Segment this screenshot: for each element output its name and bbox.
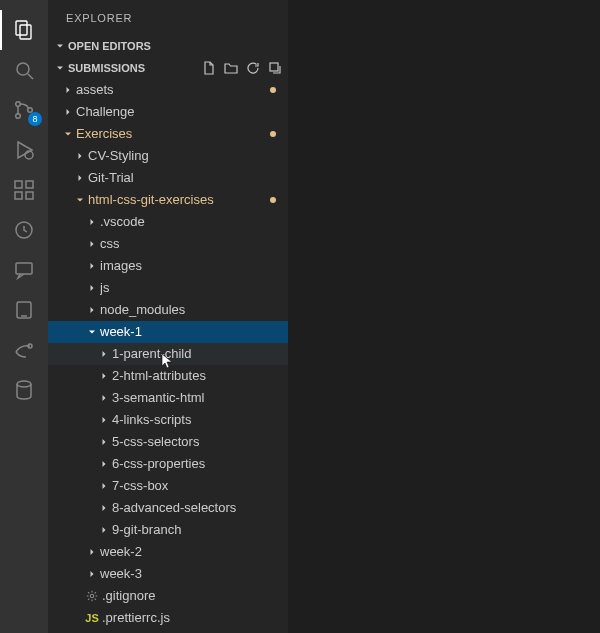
chevron-right-icon xyxy=(84,546,100,558)
svg-rect-0 xyxy=(16,21,27,35)
collapse-all-button[interactable] xyxy=(266,59,284,77)
chevron-right-icon xyxy=(84,260,100,272)
tree-row[interactable]: html-css-git-exercises xyxy=(48,189,288,211)
chevron-right-icon xyxy=(96,370,112,382)
tree-row[interactable]: 9-git-branch xyxy=(48,519,288,541)
scm-badge: 8 xyxy=(28,112,42,126)
chevron-right-icon xyxy=(72,150,88,162)
explorer-panel: EXPLORER OPEN EDITORS SUBMISSIONS asset xyxy=(48,0,288,633)
modified-dot-icon xyxy=(270,131,276,137)
tree-row-label: css xyxy=(100,236,288,252)
tree-row[interactable]: 4-links-scripts xyxy=(48,409,288,431)
tree-row[interactable]: node_modules xyxy=(48,299,288,321)
tree-row[interactable]: 5-css-selectors xyxy=(48,431,288,453)
tree-row-label: week-3 xyxy=(100,566,288,582)
tree-row[interactable]: Git-Trial xyxy=(48,167,288,189)
svg-point-5 xyxy=(16,114,21,119)
tree-row-label: CV-Styling xyxy=(88,148,288,164)
tree-row-label: 5-css-selectors xyxy=(112,434,288,450)
tree-row[interactable]: 1-parent-child xyxy=(48,343,288,365)
tree-row[interactable]: week-3 xyxy=(48,563,288,585)
tree-row[interactable]: week-2 xyxy=(48,541,288,563)
tree-row[interactable]: 8-advanced-selectors xyxy=(48,497,288,519)
tree-row-label: Exercises xyxy=(76,126,288,142)
tree-row-label: 7-css-box xyxy=(112,478,288,494)
tree-row[interactable]: week-1 xyxy=(48,321,288,343)
svg-point-20 xyxy=(90,594,94,598)
tree-row-label: 1-parent-child xyxy=(112,346,288,362)
tree-row[interactable]: assets xyxy=(48,79,288,101)
tree-row-label: .vscode xyxy=(100,214,288,230)
file-tree: assetsChallengeExercisesCV-StylingGit-Tr… xyxy=(48,79,288,633)
tree-row-label: js xyxy=(100,280,288,296)
tree-row-label: 2-html-attributes xyxy=(112,368,288,384)
tree-row-label: 4-links-scripts xyxy=(112,412,288,428)
tree-row-label: node_modules xyxy=(100,302,288,318)
tree-row[interactable]: CV-Styling xyxy=(48,145,288,167)
activity-source-control[interactable]: 8 xyxy=(0,90,48,130)
chevron-right-icon xyxy=(60,106,76,118)
tree-row-label: 8-advanced-selectors xyxy=(112,500,288,516)
activity-database[interactable] xyxy=(0,370,48,410)
tree-row-label: .gitignore xyxy=(102,588,288,604)
chevron-right-icon xyxy=(72,172,88,184)
activity-bar: 8 xyxy=(0,0,48,633)
tree-row-label: assets xyxy=(76,82,288,98)
tree-row[interactable]: 7-css-box xyxy=(48,475,288,497)
tree-row[interactable]: Challenge xyxy=(48,101,288,123)
new-folder-button[interactable] xyxy=(222,59,240,77)
tree-row-label: html-css-git-exercises xyxy=(88,192,288,208)
editor-area xyxy=(288,0,600,633)
chevron-down-icon xyxy=(72,194,88,206)
chevron-right-icon xyxy=(84,238,100,250)
tree-row[interactable]: 3-semantic-html xyxy=(48,387,288,409)
svg-point-2 xyxy=(17,63,29,75)
activity-live-share[interactable] xyxy=(0,330,48,370)
modified-dot-icon xyxy=(270,197,276,203)
refresh-button[interactable] xyxy=(244,59,262,77)
activity-run-debug[interactable] xyxy=(0,130,48,170)
section-open-editors[interactable]: OPEN EDITORS xyxy=(48,35,288,57)
svg-rect-10 xyxy=(15,192,22,199)
tree-row[interactable]: css xyxy=(48,233,288,255)
chevron-right-icon xyxy=(96,392,112,404)
section-root[interactable]: SUBMISSIONS xyxy=(48,57,288,79)
chevron-right-icon xyxy=(96,524,112,536)
svg-rect-19 xyxy=(270,63,278,71)
tree-row[interactable]: {}package-lock.json xyxy=(48,629,288,633)
modified-dot-icon xyxy=(270,87,276,93)
tree-row-label: week-1 xyxy=(100,324,288,340)
tree-row-label: 6-css-properties xyxy=(112,456,288,472)
tree-row[interactable]: 6-css-properties xyxy=(48,453,288,475)
chevron-right-icon xyxy=(96,348,112,360)
chevron-right-icon xyxy=(96,414,112,426)
activity-explorer[interactable] xyxy=(0,10,48,50)
activity-timeline[interactable] xyxy=(0,210,48,250)
tree-row[interactable]: .gitignore xyxy=(48,585,288,607)
tree-row[interactable]: images xyxy=(48,255,288,277)
tree-row[interactable]: 2-html-attributes xyxy=(48,365,288,387)
new-file-button[interactable] xyxy=(200,59,218,77)
svg-rect-9 xyxy=(15,181,22,188)
panel-title: EXPLORER xyxy=(48,0,288,35)
chevron-right-icon xyxy=(84,216,100,228)
chevron-right-icon xyxy=(96,502,112,514)
activity-chat[interactable] xyxy=(0,250,48,290)
gear-icon xyxy=(84,589,100,603)
activity-extensions[interactable] xyxy=(0,170,48,210)
section-label: OPEN EDITORS xyxy=(68,40,151,52)
tree-row[interactable]: .vscode xyxy=(48,211,288,233)
tree-row[interactable]: Exercises xyxy=(48,123,288,145)
svg-line-3 xyxy=(28,74,33,79)
chevron-right-icon xyxy=(84,568,100,580)
activity-remote[interactable] xyxy=(0,290,48,330)
chevron-right-icon xyxy=(96,458,112,470)
tree-row[interactable]: js xyxy=(48,277,288,299)
tree-row[interactable]: JS.prettierrc.js xyxy=(48,607,288,629)
chevron-right-icon xyxy=(84,304,100,316)
svg-point-18 xyxy=(17,381,31,387)
tree-row-label: Git-Trial xyxy=(88,170,288,186)
activity-search[interactable] xyxy=(0,50,48,90)
js-icon: JS xyxy=(84,610,100,626)
tree-row-label: week-2 xyxy=(100,544,288,560)
